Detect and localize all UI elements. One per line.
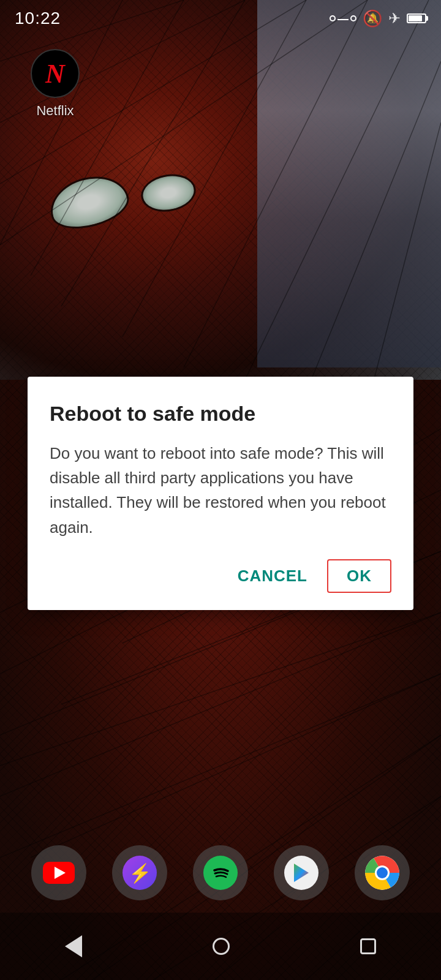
nav-recents-button[interactable] xyxy=(360,938,376,954)
reboot-safe-mode-dialog: Reboot to safe mode Do you want to reboo… xyxy=(28,377,413,610)
playstore-logo-svg xyxy=(289,861,314,885)
status-icons: 🔕 ✈ xyxy=(330,9,426,28)
chrome-logo-svg xyxy=(365,856,399,890)
playstore-icon xyxy=(284,856,318,890)
navigation-bar xyxy=(0,913,441,980)
dock-app-playstore[interactable] xyxy=(274,845,329,900)
netflix-app-icon[interactable]: N Netflix xyxy=(31,49,80,119)
spotify-logo-svg xyxy=(209,862,232,884)
dialog-buttons: CANCEL OK xyxy=(50,559,391,593)
svg-point-31 xyxy=(377,867,388,878)
spiderman-eye-right xyxy=(138,170,198,216)
dialog-title: Reboot to safe mode xyxy=(50,401,391,426)
dock-app-youtube[interactable] xyxy=(31,845,86,900)
notifications-off-icon: 🔕 xyxy=(363,9,382,28)
app-dock: ⚡ xyxy=(0,845,441,900)
nav-home-button[interactable] xyxy=(213,938,230,955)
voicemail-dot-right xyxy=(350,15,356,21)
netflix-logo: N xyxy=(31,49,80,98)
sky-background xyxy=(257,0,441,368)
recents-icon xyxy=(360,938,376,954)
status-bar: 10:22 🔕 ✈ xyxy=(0,0,441,37)
back-icon xyxy=(65,935,82,957)
voicemail-icon xyxy=(330,15,356,21)
chrome-icon xyxy=(365,856,399,890)
cancel-button[interactable]: CANCEL xyxy=(223,559,322,593)
dock-app-spotify[interactable] xyxy=(193,845,248,900)
dock-app-messenger[interactable]: ⚡ xyxy=(112,845,167,900)
home-icon xyxy=(213,938,230,955)
messenger-icon: ⚡ xyxy=(123,856,157,890)
youtube-play-triangle xyxy=(55,867,66,879)
voicemail-dot-left xyxy=(330,15,336,21)
spotify-icon xyxy=(203,856,238,890)
airplane-mode-icon: ✈ xyxy=(388,10,401,27)
status-time: 10:22 xyxy=(15,9,61,28)
netflix-label: Netflix xyxy=(36,103,74,119)
dock-app-chrome[interactable] xyxy=(355,845,410,900)
messenger-lightning: ⚡ xyxy=(129,862,151,884)
nav-back-button[interactable] xyxy=(65,935,82,957)
dialog-message: Do you want to reboot into safe mode? Th… xyxy=(50,441,391,540)
spiderman-eye-left xyxy=(44,168,134,236)
svg-marker-28 xyxy=(294,864,309,882)
netflix-letter: N xyxy=(45,58,65,89)
battery-icon xyxy=(407,13,426,23)
ok-button[interactable]: OK xyxy=(327,559,391,593)
youtube-icon xyxy=(43,862,75,884)
